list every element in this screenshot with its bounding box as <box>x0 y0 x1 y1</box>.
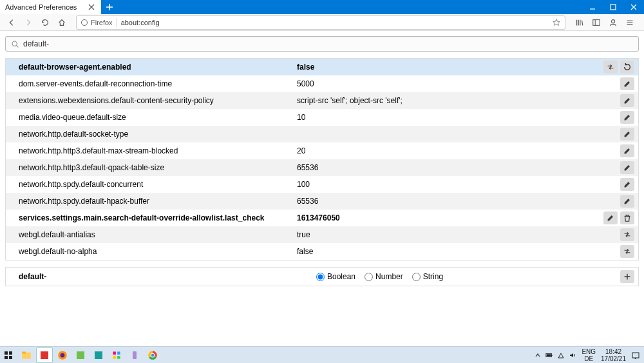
back-button[interactable] <box>4 15 19 30</box>
close-tab-icon[interactable] <box>87 3 96 12</box>
app-icon-pixel[interactable] <box>108 348 125 363</box>
pref-row[interactable]: services.settings.main.search-default-ov… <box>6 210 638 226</box>
pref-row[interactable]: network.http.spdy.default-hpack-buffer65… <box>6 193 638 210</box>
battery-icon[interactable] <box>545 351 553 359</box>
file-explorer-icon[interactable] <box>18 348 35 363</box>
app-icon-red[interactable] <box>36 348 53 363</box>
new-tab-button[interactable] <box>101 0 118 14</box>
pref-value: 20 <box>296 146 602 155</box>
add-pref-button[interactable] <box>620 270 634 283</box>
radio-string[interactable]: String <box>412 272 443 281</box>
system-tray: ENG DE 18:42 17/02/21 <box>534 348 644 362</box>
pref-row[interactable]: network.http.default-socket-type <box>6 126 638 142</box>
svg-rect-20 <box>133 351 137 359</box>
url-text: about:config <box>121 19 548 26</box>
pref-name: network.http.http3.default-max-stream-bl… <box>6 146 296 155</box>
pref-value: 65536 <box>296 197 602 206</box>
edit-button[interactable] <box>620 128 634 141</box>
url-bar[interactable]: Firefox about:config <box>76 15 565 30</box>
pref-row[interactable]: extensions.webextensions.default-content… <box>6 92 638 109</box>
pref-name: webgl.default-no-alpha <box>6 247 296 256</box>
pref-name: default-browser-agent.enabled <box>6 63 296 72</box>
edit-button[interactable] <box>620 111 634 124</box>
svg-rect-8 <box>9 356 12 359</box>
toggle-button[interactable] <box>603 61 618 74</box>
add-pref-name: default- <box>6 272 296 281</box>
pref-row[interactable]: network.http.http3.default-max-stream-bl… <box>6 142 638 159</box>
app-icon-teal[interactable] <box>90 348 107 363</box>
pref-value: script-src 'self'; object-src 'self'; <box>296 96 602 105</box>
browser-tab[interactable]: Advanced Preferences <box>0 0 101 14</box>
pref-name: network.http.spdy.default-hpack-buffer <box>6 197 296 206</box>
pref-name: network.http.spdy.default-concurrent <box>6 180 296 189</box>
sound-icon[interactable] <box>569 351 576 359</box>
windows-taskbar: ENG DE 18:42 17/02/21 <box>0 346 644 363</box>
pref-search-input[interactable]: default- <box>5 36 639 52</box>
pref-actions <box>602 245 638 258</box>
bookmark-star-icon[interactable] <box>552 18 561 27</box>
maximize-button[interactable] <box>603 0 623 14</box>
pref-actions <box>602 228 638 241</box>
svg-point-1 <box>82 19 88 25</box>
pref-row[interactable]: network.http.http3.default-qpack-table-s… <box>6 159 638 176</box>
minimize-button[interactable] <box>582 0 603 14</box>
pref-row[interactable]: network.http.spdy.default-concurrent100 <box>6 176 638 193</box>
edit-button[interactable] <box>620 94 634 107</box>
svg-rect-19 <box>117 356 120 359</box>
edit-button[interactable] <box>620 178 634 191</box>
radio-number[interactable]: Number <box>365 272 403 281</box>
search-value: default- <box>23 39 49 48</box>
toggle-button[interactable] <box>620 228 634 241</box>
svg-rect-26 <box>547 354 551 356</box>
tray-up-icon[interactable] <box>534 351 542 359</box>
edit-button[interactable] <box>620 195 634 208</box>
pref-actions <box>602 161 638 174</box>
pref-row[interactable]: default-browser-agent.enabledfalse <box>6 59 638 75</box>
language-indicator[interactable]: ENG DE <box>582 348 596 362</box>
menu-button[interactable] <box>622 15 638 30</box>
pref-row[interactable]: webgl.default-antialiastrue <box>6 226 638 243</box>
app-icon-green[interactable] <box>72 348 89 363</box>
edit-button[interactable] <box>620 144 634 157</box>
edit-button[interactable] <box>620 161 634 174</box>
clock[interactable]: 18:42 17/02/21 <box>601 348 626 362</box>
network-icon[interactable] <box>557 351 565 359</box>
pref-actions <box>602 144 638 157</box>
tab-title: Advanced Preferences <box>5 3 77 11</box>
about-config-content: default- default-browser-agent.enabledfa… <box>0 31 644 291</box>
pref-name: services.settings.main.search-default-ov… <box>6 213 296 222</box>
add-pref-row: default- Boolean Number String <box>6 268 638 286</box>
chrome-taskbar-icon[interactable] <box>144 348 161 363</box>
account-button[interactable] <box>605 15 621 30</box>
notifications-icon[interactable] <box>631 351 640 360</box>
titlebar: Advanced Preferences <box>0 0 644 14</box>
radio-boolean[interactable]: Boolean <box>316 272 355 281</box>
app-icon-phone[interactable] <box>126 348 143 363</box>
svg-rect-5 <box>5 351 8 355</box>
start-button[interactable] <box>0 347 17 364</box>
edit-button[interactable] <box>603 211 618 224</box>
edit-button[interactable] <box>620 77 634 90</box>
svg-rect-11 <box>41 351 48 359</box>
toggle-button[interactable] <box>620 245 634 258</box>
reload-button[interactable] <box>37 15 53 30</box>
library-button[interactable] <box>572 15 587 30</box>
identity-box[interactable]: Firefox <box>80 19 113 26</box>
pref-value: false <box>296 247 602 256</box>
pref-list: default-browser-agent.enabledfalsedom.se… <box>5 58 639 260</box>
pref-actions <box>602 178 638 191</box>
pref-value: 100 <box>296 180 602 189</box>
delete-button[interactable] <box>620 211 634 224</box>
svg-rect-0 <box>611 5 616 10</box>
sidebar-button[interactable] <box>589 15 604 30</box>
pref-actions <box>602 61 638 74</box>
add-pref-type-radios: Boolean Number String <box>296 272 602 281</box>
pref-row[interactable]: dom.server-events.default-reconnection-t… <box>6 75 638 92</box>
reset-button[interactable] <box>620 61 634 74</box>
pref-value: 10 <box>296 113 602 122</box>
close-window-button[interactable] <box>623 0 644 14</box>
home-button[interactable] <box>54 15 70 30</box>
pref-row[interactable]: webgl.default-no-alphafalse <box>6 243 638 260</box>
firefox-taskbar-icon[interactable] <box>54 348 71 363</box>
pref-row[interactable]: media.video-queue.default-size10 <box>6 109 638 126</box>
